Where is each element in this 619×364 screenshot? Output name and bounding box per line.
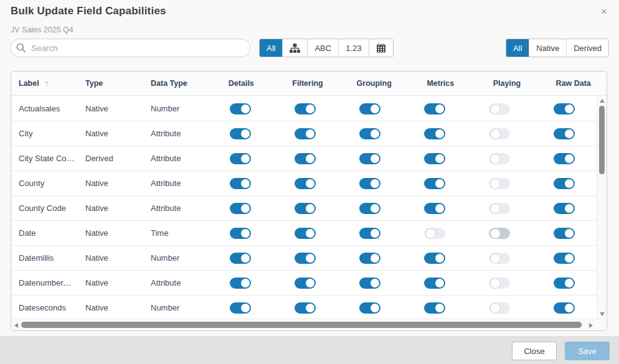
toggle-raw-data[interactable] (554, 253, 575, 264)
toggle-playing[interactable] (489, 302, 510, 314)
toggle-metrics[interactable] (424, 128, 445, 139)
calendar-icon[interactable] (369, 39, 393, 57)
toggle-details[interactable] (230, 128, 251, 139)
horizontal-scrollbar-thumb[interactable] (21, 322, 582, 328)
field-data-type: Time (143, 228, 208, 238)
table-header: Label↑ Type Data Type Details Filtering … (11, 72, 607, 96)
data-type-numeric-button[interactable]: 1.23 (338, 39, 368, 57)
field-label: City State Co… (11, 154, 78, 163)
search-box (10, 39, 250, 57)
data-type-all-button[interactable]: All (260, 39, 282, 57)
toggle-playing[interactable] (489, 203, 510, 214)
toggle-metrics[interactable] (424, 253, 445, 264)
toggle-raw-data[interactable] (554, 128, 575, 139)
toggle-grouping[interactable] (359, 302, 380, 314)
toggle-raw-data[interactable] (554, 153, 575, 164)
hierarchy-icon[interactable] (282, 39, 307, 57)
column-header-data-type[interactable]: Data Type (143, 79, 208, 88)
toggle-filtering[interactable] (295, 153, 316, 164)
field-label: City (11, 129, 78, 138)
toggle-raw-data[interactable] (554, 278, 575, 289)
toggle-details[interactable] (230, 253, 251, 264)
column-header-details[interactable]: Details (208, 79, 275, 88)
toggle-details[interactable] (230, 178, 251, 189)
toggle-grouping[interactable] (359, 153, 380, 164)
toggle-metrics[interactable] (424, 203, 445, 214)
toggle-grouping[interactable] (359, 178, 380, 189)
origin-all-button[interactable]: All (506, 39, 529, 57)
close-button[interactable]: Close (512, 342, 557, 360)
toggle-grouping[interactable] (359, 253, 380, 264)
column-header-type[interactable]: Type (78, 79, 143, 88)
toggle-grouping[interactable] (359, 228, 380, 239)
toggle-playing[interactable] (489, 128, 510, 139)
table-row: Date Native Time (11, 221, 597, 246)
toggle-metrics[interactable] (424, 302, 445, 314)
toggle-filtering[interactable] (295, 178, 316, 189)
toggle-playing[interactable] (489, 253, 510, 264)
origin-derived-button[interactable]: Derived (566, 39, 608, 57)
horizontal-scrollbar[interactable] (11, 319, 607, 330)
scroll-left-icon[interactable] (14, 323, 18, 328)
origin-native-button[interactable]: Native (529, 39, 566, 57)
toggle-raw-data[interactable] (554, 203, 575, 214)
toggle-filtering[interactable] (295, 103, 316, 114)
field-label: Dateseconds (11, 303, 78, 312)
toggle-filtering[interactable] (295, 128, 316, 139)
toggle-grouping[interactable] (359, 103, 380, 114)
save-button[interactable]: Save (565, 342, 610, 360)
toggle-metrics[interactable] (424, 103, 445, 114)
toggle-details[interactable] (230, 153, 251, 164)
toggle-details[interactable] (230, 103, 251, 114)
toggle-metrics[interactable] (424, 153, 445, 164)
toggle-details[interactable] (230, 278, 251, 289)
toggle-playing[interactable] (489, 153, 510, 164)
column-header-grouping[interactable]: Grouping (341, 79, 407, 88)
toggle-playing[interactable] (489, 228, 510, 239)
field-origin-filter: All Native Derived (506, 39, 609, 57)
vertical-scrollbar[interactable] (597, 96, 607, 319)
vertical-scrollbar-thumb[interactable] (599, 106, 605, 174)
toggle-raw-data[interactable] (554, 302, 575, 314)
toggle-raw-data[interactable] (554, 178, 575, 189)
toggle-filtering[interactable] (295, 278, 316, 289)
column-header-metrics[interactable]: Metrics (407, 79, 474, 88)
data-type-text-button[interactable]: ABC (307, 39, 338, 57)
column-header-raw-data[interactable]: Raw Data (540, 79, 607, 88)
toggle-filtering[interactable] (295, 253, 316, 264)
datasource-name: JV Sales 2025 Q4 (11, 26, 73, 34)
field-label: Actualsales (11, 104, 78, 113)
toggle-filtering[interactable] (295, 203, 316, 214)
toggle-playing[interactable] (489, 178, 510, 189)
column-header-playing[interactable]: Playing (474, 79, 541, 88)
toggle-metrics[interactable] (424, 178, 445, 189)
close-icon[interactable]: × (596, 4, 612, 20)
field-label: County Code (11, 203, 78, 213)
toggle-playing[interactable] (489, 103, 510, 114)
toggle-details[interactable] (230, 228, 251, 239)
toggle-details[interactable] (230, 203, 251, 214)
field-type: Native (78, 228, 143, 238)
toggle-metrics[interactable] (424, 278, 445, 289)
table-row: Dateseconds Native Number (11, 296, 597, 319)
toggle-filtering[interactable] (295, 302, 316, 314)
toggle-grouping[interactable] (359, 203, 380, 214)
column-header-filtering[interactable]: Filtering (275, 79, 341, 88)
scroll-down-icon[interactable] (600, 312, 605, 316)
toggle-filtering[interactable] (295, 228, 316, 239)
toggle-raw-data[interactable] (554, 228, 575, 239)
toggle-raw-data[interactable] (554, 103, 575, 114)
sort-ascending-icon: ↑ (45, 79, 49, 88)
scroll-right-icon[interactable] (589, 323, 593, 328)
toggle-grouping[interactable] (359, 128, 380, 139)
column-header-label[interactable]: Label↑ (11, 79, 78, 88)
dialog-footer: Close Save (0, 336, 619, 364)
toggle-details[interactable] (230, 302, 251, 314)
table-row: County Code Native Attribute (11, 196, 597, 221)
search-input[interactable] (31, 44, 244, 53)
toggle-playing[interactable] (489, 278, 510, 289)
toggle-metrics[interactable] (424, 228, 445, 239)
toggle-grouping[interactable] (359, 278, 380, 289)
field-data-type: Number (143, 253, 208, 263)
scroll-up-icon[interactable] (600, 99, 605, 103)
